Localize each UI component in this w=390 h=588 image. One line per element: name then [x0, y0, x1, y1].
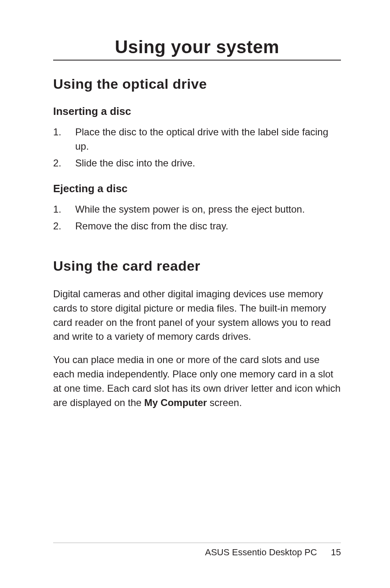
list-item: While the system power is on, press the …	[53, 202, 341, 217]
sub-inserting-disc: Inserting a disc	[53, 105, 341, 118]
footer-product: ASUS Essentio Desktop PC	[205, 547, 317, 557]
sub-ejecting-disc: Ejecting a disc	[53, 182, 341, 195]
chapter-title: Using your system	[53, 37, 341, 61]
footer-page-number: 15	[331, 547, 341, 558]
my-computer-bold: My Computer	[144, 397, 207, 408]
section-card-reader: Using the card reader	[53, 258, 341, 274]
body-paragraph: You can place media in one or more of th…	[53, 353, 341, 410]
body-paragraph: Digital cameras and other digital imagin…	[53, 287, 341, 344]
para-text: screen.	[207, 397, 242, 408]
list-item: Slide the disc into the drive.	[53, 156, 341, 171]
section-optical-drive: Using the optical drive	[53, 76, 341, 92]
steps-ejecting: While the system power is on, press the …	[53, 202, 341, 233]
list-item: Place the disc to the optical drive with…	[53, 125, 341, 154]
page-footer: ASUS Essentio Desktop PC 15	[53, 543, 341, 558]
list-item: Remove the disc from the disc tray.	[53, 219, 341, 233]
steps-inserting: Place the disc to the optical drive with…	[53, 125, 341, 170]
